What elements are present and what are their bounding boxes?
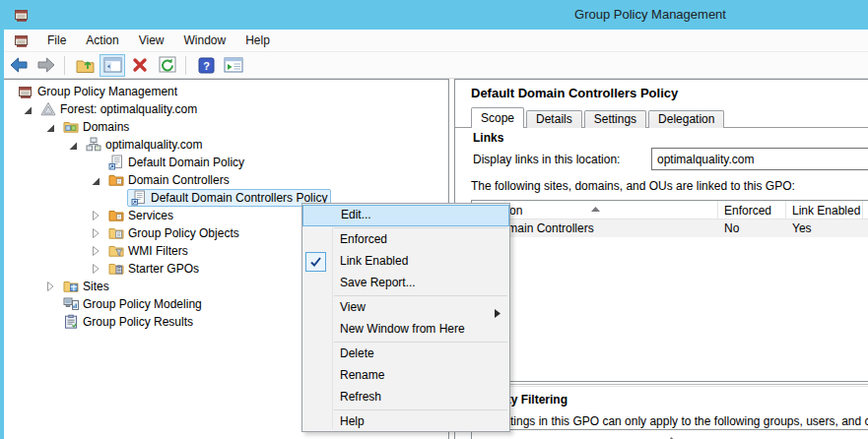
expander-placeholder xyxy=(109,191,127,205)
tree-item-domain-controllers[interactable]: Domain Controllers xyxy=(4,171,448,189)
menu-bar: FileActionViewWindowHelp xyxy=(4,30,868,52)
expand-icon[interactable] xyxy=(41,280,59,293)
table-row-domain-controllers[interactable]: Domain ControllersNoYes xyxy=(472,220,868,237)
security-filtering-description: The settings in this GPO can only apply … xyxy=(471,414,868,428)
toolbar-separator xyxy=(185,56,186,75)
collapse-icon[interactable] xyxy=(87,173,104,187)
gpmc-window: Group Policy Management FileActionViewWi… xyxy=(0,0,868,439)
menu-help[interactable]: Help xyxy=(235,31,280,50)
column-header-enforced[interactable]: Enforced xyxy=(718,201,786,219)
collapse-icon[interactable] xyxy=(19,102,36,116)
table-header-row: LocationEnforcedLink Enabled xyxy=(472,201,868,220)
ou-folder-icon xyxy=(108,208,124,223)
delete-x-button[interactable] xyxy=(127,54,153,77)
tree-item-label: Group Policy Modeling xyxy=(83,297,202,311)
display-links-label: Display links in this location: xyxy=(473,153,620,166)
domain-icon xyxy=(86,137,101,153)
menu-item-label: Rename xyxy=(340,368,384,382)
console-tree-toggle-icon xyxy=(103,57,122,73)
column-header-link-enabled[interactable]: Link Enabled xyxy=(786,201,863,219)
gpo-folder-icon xyxy=(108,225,124,241)
menu-item-label: Save Report... xyxy=(340,276,416,289)
tab-delegation[interactable]: Delegation xyxy=(648,110,724,128)
results-pane: Default Domain Controllers Policy ScopeD… xyxy=(454,79,868,439)
tree-item-label: Forest: optimalquality.com xyxy=(60,102,197,116)
domains-folder-icon xyxy=(63,119,79,135)
menu-item-label: View xyxy=(340,300,366,314)
linked-locations-table: LocationEnforcedLink EnabledDomain Contr… xyxy=(471,200,868,382)
expand-icon[interactable] xyxy=(87,244,104,258)
menu-item-new-window-from-here[interactable]: New Window from Here xyxy=(302,319,509,341)
tree-item-label: Starter GPOs xyxy=(128,262,199,276)
links-heading: Links xyxy=(473,131,503,145)
tree-item-label: Domain Controllers xyxy=(128,173,230,187)
tab-strip: ScopeDetailsSettingsDelegation xyxy=(471,107,726,128)
forward-arrow-button[interactable] xyxy=(33,54,59,77)
help-button[interactable]: ? xyxy=(193,54,219,77)
checkmark-icon xyxy=(305,252,326,272)
links-table-intro: The following sites, domains, and OUs ar… xyxy=(471,179,795,193)
menu-item-save-report[interactable]: Save Report... xyxy=(302,273,509,294)
section-divider xyxy=(471,384,868,387)
menu-item-label: Help xyxy=(340,414,365,428)
expand-icon[interactable] xyxy=(87,226,104,240)
tree-item-label: Group Policy Objects xyxy=(128,226,239,240)
window-frame-left xyxy=(0,30,4,439)
location-combobox[interactable]: optimalquality.com xyxy=(651,148,868,170)
security-filtering-list[interactable] xyxy=(471,429,868,439)
gpo-icon xyxy=(131,190,147,206)
tree-item-label: Default Domain Policy xyxy=(128,156,244,169)
context-menu: Edit...EnforcedLink EnabledSave Report..… xyxy=(301,203,510,432)
menu-item-link-enabled[interactable]: Link Enabled xyxy=(302,251,509,273)
modeling-icon xyxy=(63,296,79,312)
action-pane-icon xyxy=(224,57,243,73)
tree-item-label: WMI Filters xyxy=(128,244,188,258)
tree-item-forest-optimalquality-com[interactable]: Forest: optimalquality.com xyxy=(4,100,448,118)
menu-view[interactable]: View xyxy=(129,31,174,50)
menu-item-edit[interactable]: Edit... xyxy=(302,205,509,226)
tree-item-label: Group Policy Results xyxy=(83,315,193,329)
collapse-icon[interactable] xyxy=(64,138,82,152)
tree-item-default-domain-policy[interactable]: Default Domain Policy xyxy=(4,154,448,171)
menu-item-rename[interactable]: Rename xyxy=(302,365,509,387)
refresh-button[interactable] xyxy=(155,54,180,77)
gpmc-app-icon xyxy=(14,7,30,23)
tab-settings[interactable]: Settings xyxy=(584,110,646,128)
menu-file[interactable]: File xyxy=(37,31,76,50)
menu-item-label: Link Enabled xyxy=(340,254,408,268)
console-tree-toggle-button[interactable] xyxy=(100,54,125,77)
gpmc-app-icon-small xyxy=(14,32,30,48)
action-pane-button[interactable] xyxy=(221,54,246,77)
tree-item-group-policy-management[interactable]: Group Policy Management xyxy=(4,83,448,100)
menu-item-help[interactable]: Help xyxy=(302,411,509,433)
gpo-title: Default Domain Controllers Policy xyxy=(471,86,678,100)
tree-item-label: Domains xyxy=(83,120,129,134)
expand-icon[interactable] xyxy=(87,262,104,276)
expander-placeholder xyxy=(87,156,104,169)
back-arrow-button[interactable] xyxy=(6,54,32,77)
menu-item-view[interactable]: View xyxy=(302,297,509,319)
gpo-icon xyxy=(108,155,124,170)
menu-item-label: Edit... xyxy=(341,208,371,221)
tree-item-label: Services xyxy=(128,209,173,222)
title-bar: Group Policy Management xyxy=(0,0,868,30)
tab-details[interactable]: Details xyxy=(526,110,582,128)
expand-icon[interactable] xyxy=(87,209,104,222)
menu-item-refresh[interactable]: Refresh xyxy=(302,387,509,408)
menu-item-label: Refresh xyxy=(340,390,381,404)
up-one-level-button[interactable] xyxy=(72,54,98,77)
sites-folder-icon xyxy=(63,279,79,294)
collapse-icon[interactable] xyxy=(41,120,59,134)
tree-item-optimalquality-com[interactable]: optimalquality.com xyxy=(4,136,448,154)
tree-item-label: Group Policy Management xyxy=(37,85,177,98)
forest-icon xyxy=(40,101,56,117)
tab-scope[interactable]: Scope xyxy=(471,107,524,128)
results-icon xyxy=(63,314,79,330)
menu-action[interactable]: Action xyxy=(76,31,128,50)
up-one-level-icon xyxy=(76,57,95,74)
tree-item-domains[interactable]: Domains xyxy=(4,118,448,136)
menu-window[interactable]: Window xyxy=(174,31,236,50)
menu-item-delete[interactable]: Delete xyxy=(302,344,509,365)
menu-item-enforced[interactable]: Enforced xyxy=(302,229,509,251)
back-arrow-icon xyxy=(9,56,29,74)
